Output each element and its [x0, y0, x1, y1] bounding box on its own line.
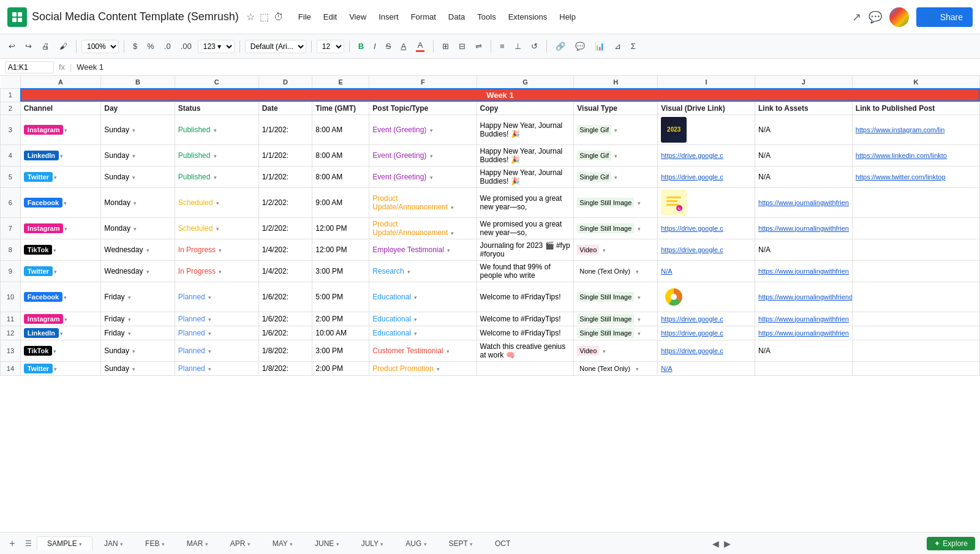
visual-drive-cell[interactable]: https://drive.google.c [658, 217, 755, 239]
col-header-E[interactable]: E [312, 76, 369, 88]
cell-reference-input[interactable] [5, 61, 54, 73]
channel-cell[interactable]: Twitter▾ [20, 166, 100, 187]
status-dropdown-arrow[interactable]: ▾ [208, 348, 211, 354]
visual-drive-link[interactable]: https://drive.google.c [661, 347, 723, 354]
decimal-more-button[interactable]: .0 [160, 39, 175, 53]
link-assets-cell[interactable]: N/A [755, 239, 853, 260]
visual-drive-cell[interactable]: https://drive.google.c [658, 340, 755, 361]
link-published-link[interactable]: https://www.instagram.com/lin [856, 126, 945, 133]
col-header-J[interactable]: J [755, 76, 853, 88]
link-assets-cell[interactable]: https://www.journalingwithfrien [755, 187, 853, 217]
visual-drive-cell[interactable]: https://drive.google.c [658, 166, 755, 187]
visual-type-cell[interactable]: Single Gif ▾ [574, 144, 658, 166]
link-assets-link[interactable]: https://www.journalingwithfriends.com/bl… [758, 293, 852, 301]
day-dropdown-arrow[interactable]: ▾ [132, 366, 135, 372]
channel-dropdown-arrow[interactable]: ▾ [60, 331, 63, 337]
link-assets-cell[interactable]: N/A [755, 340, 853, 361]
currency-button[interactable]: $ [129, 39, 141, 53]
print-button[interactable]: 🖨 [38, 39, 53, 53]
day-dropdown-arrow[interactable]: ▾ [132, 127, 135, 133]
link-assets-cell[interactable]: N/A [755, 144, 853, 166]
channel-cell[interactable]: Twitter▾ [20, 260, 100, 282]
col-header-D[interactable]: D [258, 76, 312, 88]
activity-icon[interactable]: ↗ [852, 10, 861, 24]
post-type-dropdown-arrow[interactable]: ▾ [430, 127, 433, 133]
visual-type-dropdown-arrow[interactable]: ▾ [638, 200, 641, 206]
status-cell[interactable]: Planned ▾ [175, 312, 258, 326]
font-family-select[interactable]: Default (Ari... [245, 40, 306, 53]
visual-type-cell[interactable]: Single Still Image ▾ [574, 187, 658, 217]
channel-cell[interactable]: LinkedIn▾ [20, 326, 100, 340]
col-header-A[interactable]: A [20, 76, 100, 88]
day-dropdown-arrow[interactable]: ▾ [128, 316, 131, 323]
comment-button[interactable]: 💬 [571, 39, 589, 53]
status-cell[interactable]: Published ▾ [175, 166, 258, 187]
percent-button[interactable]: % [143, 39, 158, 53]
post-type-cell[interactable]: Event (Greeting) ▾ [369, 144, 477, 166]
post-type-cell[interactable]: Educational ▾ [369, 326, 477, 340]
link-published-cell[interactable]: https://www.instagram.com/lin [852, 114, 979, 144]
post-type-dropdown-arrow[interactable]: ▾ [447, 247, 450, 253]
visual-drive-link[interactable]: https://drive.google.c [661, 225, 723, 232]
post-type-dropdown-arrow[interactable]: ▾ [414, 294, 417, 301]
visual-drive-cell[interactable]: https://drive.google.c [658, 239, 755, 260]
link-published-cell[interactable] [852, 361, 979, 375]
day-dropdown-arrow[interactable]: ▾ [132, 174, 135, 181]
post-type-cell[interactable]: Event (Greeting) ▾ [369, 166, 477, 187]
col-header-K[interactable]: K [852, 76, 979, 88]
channel-cell[interactable]: Facebook▾ [20, 187, 100, 217]
col-header-F[interactable]: F [369, 76, 477, 88]
visual-type-dropdown-arrow[interactable]: ▾ [614, 127, 617, 133]
undo-button[interactable]: ↩ [5, 39, 19, 53]
link-assets-link[interactable]: https://www.journalingwithfrien [758, 315, 849, 323]
link-assets-link[interactable]: https://www.journalingwithfrien [758, 199, 849, 206]
underline-button[interactable]: A [397, 39, 410, 53]
col-header-H[interactable]: H [574, 76, 658, 88]
col-header-C[interactable]: C [175, 76, 258, 88]
visual-drive-link[interactable]: https://drive.google.c [661, 173, 723, 181]
channel-dropdown-arrow[interactable]: ▾ [54, 174, 57, 181]
status-cell[interactable]: Planned ▾ [175, 282, 258, 312]
link-button[interactable]: 🔗 [552, 39, 569, 53]
menu-data[interactable]: Data [443, 10, 470, 24]
visual-drive-cell[interactable]: 2023 [658, 114, 755, 144]
comment-icon[interactable]: 💬 [869, 10, 882, 24]
format-number-select[interactable]: 123 ▾ [198, 40, 235, 53]
visual-type-dropdown-arrow[interactable]: ▾ [603, 348, 606, 354]
post-type-dropdown-arrow[interactable]: ▾ [451, 204, 454, 211]
status-cell[interactable]: Scheduled ▾ [175, 217, 258, 239]
visual-type-cell[interactable]: None (Text Only) ▾ [574, 361, 658, 375]
link-published-cell[interactable] [852, 239, 979, 260]
link-published-cell[interactable] [852, 326, 979, 340]
link-assets-cell[interactable]: https://www.journalingwithfrien [755, 260, 853, 282]
visual-drive-link[interactable]: https://drive.google.c [661, 329, 723, 337]
status-cell[interactable]: Scheduled ▾ [175, 187, 258, 217]
post-type-cell[interactable]: Product Update/Announcement ▾ [369, 187, 477, 217]
status-dropdown-arrow[interactable]: ▾ [208, 331, 211, 337]
link-published-link[interactable]: https://www.linkedin.com/linkto [856, 152, 947, 159]
link-assets-cell[interactable]: https://www.journalingwithfrien [755, 326, 853, 340]
status-cell[interactable]: Planned ▾ [175, 361, 258, 375]
paint-format-button[interactable]: 🖌 [56, 39, 71, 53]
post-type-cell[interactable]: Employee Testimonial ▾ [369, 239, 477, 260]
channel-cell[interactable]: TikTok▾ [20, 239, 100, 260]
visual-type-dropdown-arrow[interactable]: ▾ [638, 331, 641, 337]
post-type-dropdown-arrow[interactable]: ▾ [407, 269, 410, 275]
menu-extensions[interactable]: Extensions [503, 10, 552, 24]
channel-cell[interactable]: Instagram▾ [20, 114, 100, 144]
status-cell[interactable]: Planned ▾ [175, 340, 258, 361]
post-type-dropdown-arrow[interactable]: ▾ [430, 153, 433, 159]
visual-type-dropdown-arrow[interactable]: ▾ [638, 316, 641, 323]
post-type-cell[interactable]: Educational ▾ [369, 312, 477, 326]
channel-dropdown-arrow[interactable]: ▾ [53, 247, 56, 253]
share-button[interactable]: 👤 Share [916, 7, 973, 27]
decimal-less-button[interactable]: .00 [177, 39, 195, 53]
day-dropdown-arrow[interactable]: ▾ [132, 348, 135, 354]
fill-color-button[interactable]: A [412, 38, 428, 54]
visual-type-dropdown-arrow[interactable]: ▾ [614, 174, 617, 181]
col-header-B[interactable]: B [101, 76, 175, 88]
visual-type-cell[interactable]: None (Text Only) ▾ [574, 260, 658, 282]
menu-view[interactable]: View [344, 10, 371, 24]
merge-button[interactable]: ⊟ [455, 39, 469, 53]
visual-type-dropdown-arrow[interactable]: ▾ [614, 153, 617, 159]
